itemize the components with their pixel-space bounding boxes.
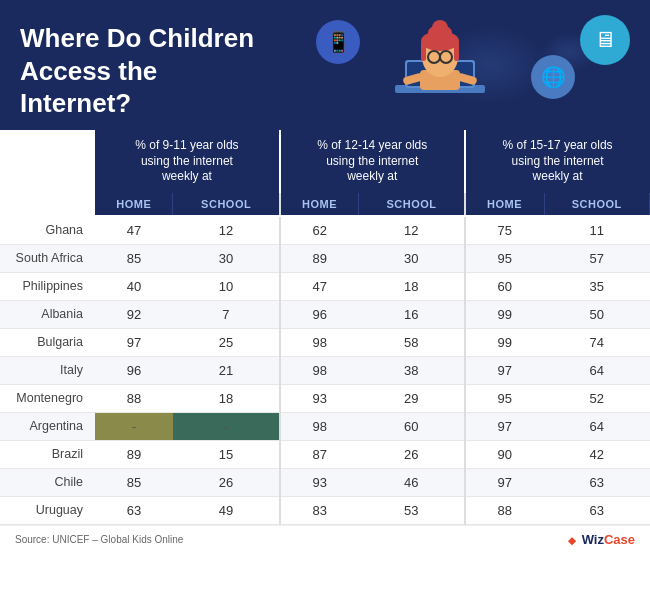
table-row: Montenegro881893299552 [0, 384, 650, 412]
g3-home-cell: 99 [465, 300, 544, 328]
sub-header-row: HOME SCHOOL HOME SCHOOL HOME SCHOOL [0, 193, 650, 216]
g3-home-cell: 97 [465, 468, 544, 496]
g1-home-cell: 85 [95, 244, 173, 272]
g2-home-cell: 96 [280, 300, 359, 328]
footer: Source: UNICEF – Global Kids Online ◆ Wi… [0, 525, 650, 553]
g3-home-cell: 97 [465, 412, 544, 440]
globe-icon: 🌐 [531, 55, 575, 99]
g1-home-cell: 97 [95, 328, 173, 356]
g3-school-cell: 57 [544, 244, 649, 272]
group-header-12-14: % of 12-14 year oldsusing the internetwe… [280, 130, 465, 193]
g2-home-cell: 98 [280, 412, 359, 440]
brand-case: Case [604, 532, 635, 547]
table-row: South Africa853089309557 [0, 244, 650, 272]
footer-brand: ◆ WizCase [568, 532, 635, 547]
table-row: Brazil891587269042 [0, 440, 650, 468]
g1-home-cell: - [95, 412, 173, 440]
g3-school-cell: 52 [544, 384, 649, 412]
g3-home-cell: 99 [465, 328, 544, 356]
g2-school-cell: 16 [359, 300, 465, 328]
g3-school-cell: 63 [544, 496, 649, 524]
g1-school-cell: 7 [173, 300, 280, 328]
g3-school-cell: 63 [544, 468, 649, 496]
footer-source: Source: UNICEF – Global Kids Online [15, 534, 183, 545]
g1-home-cell: 40 [95, 272, 173, 300]
table-row: Philippines401047186035 [0, 272, 650, 300]
g2-school-cell: 18 [359, 272, 465, 300]
g1-school-cell: 21 [173, 356, 280, 384]
col-g3-home: HOME [465, 193, 544, 216]
g3-school-cell: 50 [544, 300, 649, 328]
g1-home-cell: 88 [95, 384, 173, 412]
g2-school-cell: 46 [359, 468, 465, 496]
g3-school-cell: 74 [544, 328, 649, 356]
g3-home-cell: 88 [465, 496, 544, 524]
data-table-container: % of 9-11 year oldsusing the internetwee… [0, 130, 650, 525]
g3-school-cell: 35 [544, 272, 649, 300]
g2-home-cell: 93 [280, 468, 359, 496]
table-row: Ghana471262127511 [0, 216, 650, 245]
g2-home-cell: 83 [280, 496, 359, 524]
g2-school-cell: 29 [359, 384, 465, 412]
country-cell: Chile [0, 468, 95, 496]
group-header-15-17: % of 15-17 year oldsusing the internetwe… [465, 130, 650, 193]
table-row: Italy962198389764 [0, 356, 650, 384]
g3-home-cell: 95 [465, 244, 544, 272]
col-g1-home: HOME [95, 193, 173, 216]
country-cell: Argentina [0, 412, 95, 440]
g3-home-cell: 97 [465, 356, 544, 384]
monitor-icon: 🖥 [580, 15, 630, 65]
g3-home-cell: 60 [465, 272, 544, 300]
g3-home-cell: 75 [465, 216, 544, 245]
g1-home-cell: 89 [95, 440, 173, 468]
g1-school-cell: 12 [173, 216, 280, 245]
g2-school-cell: 30 [359, 244, 465, 272]
country-cell: Bulgaria [0, 328, 95, 356]
g1-home-cell: 85 [95, 468, 173, 496]
g2-school-cell: 53 [359, 496, 465, 524]
g3-school-cell: 11 [544, 216, 649, 245]
g3-school-cell: 42 [544, 440, 649, 468]
g2-home-cell: 98 [280, 328, 359, 356]
g2-school-cell: 58 [359, 328, 465, 356]
group-header-row: % of 9-11 year oldsusing the internetwee… [0, 130, 650, 193]
g2-home-cell: 62 [280, 216, 359, 245]
data-table: % of 9-11 year oldsusing the internetwee… [0, 130, 650, 525]
phone-icon: 📱 [316, 20, 360, 64]
svg-rect-7 [454, 41, 459, 61]
g3-school-cell: 64 [544, 412, 649, 440]
g1-school-cell: - [173, 412, 280, 440]
table-row: Chile852693469763 [0, 468, 650, 496]
g1-school-cell: 15 [173, 440, 280, 468]
g2-school-cell: 26 [359, 440, 465, 468]
g1-school-cell: 25 [173, 328, 280, 356]
character-illustration [360, 0, 520, 130]
g2-school-cell: 60 [359, 412, 465, 440]
g1-school-cell: 18 [173, 384, 280, 412]
g1-school-cell: 10 [173, 272, 280, 300]
g3-home-cell: 90 [465, 440, 544, 468]
col-g1-school: SCHOOL [173, 193, 280, 216]
country-cell: Philippines [0, 272, 95, 300]
brand-wiz: Wiz [582, 532, 604, 547]
g2-home-cell: 87 [280, 440, 359, 468]
g2-home-cell: 47 [280, 272, 359, 300]
g1-school-cell: 26 [173, 468, 280, 496]
table-row: Argentina--98609764 [0, 412, 650, 440]
col-g2-home: HOME [280, 193, 359, 216]
header: Where Do Children Access the Internet? [0, 0, 650, 130]
g1-school-cell: 30 [173, 244, 280, 272]
g3-home-cell: 95 [465, 384, 544, 412]
svg-rect-6 [421, 41, 426, 61]
table-row: Uruguay634983538863 [0, 496, 650, 524]
country-cell: Brazil [0, 440, 95, 468]
g2-home-cell: 89 [280, 244, 359, 272]
g2-school-cell: 38 [359, 356, 465, 384]
col-g3-school: SCHOOL [544, 193, 649, 216]
table-body: Ghana471262127511South Africa85308930955… [0, 216, 650, 525]
g2-home-cell: 93 [280, 384, 359, 412]
country-cell: Italy [0, 356, 95, 384]
g1-home-cell: 47 [95, 216, 173, 245]
country-cell: Montenegro [0, 384, 95, 412]
g3-school-cell: 64 [544, 356, 649, 384]
